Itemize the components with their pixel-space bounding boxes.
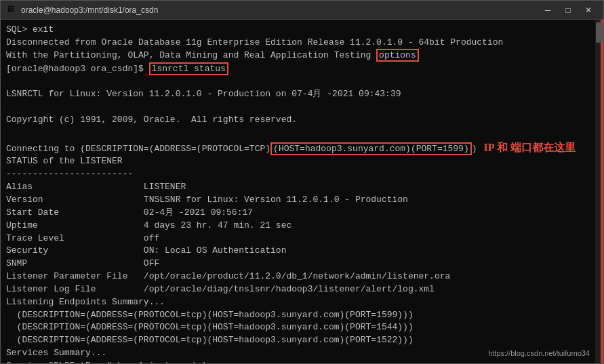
minimize-button[interactable]: ─ xyxy=(538,3,557,17)
prompt-text: [oracle@hadoop3 ora_csdn]$ xyxy=(6,64,149,74)
terminal-body[interactable]: SQL> exit Disconnected from Oracle Datab… xyxy=(1,20,595,363)
options-highlight: options xyxy=(376,49,419,62)
line-15: Start Date 02-4月 -2021 09:56:17 xyxy=(6,207,590,220)
line-7 xyxy=(6,101,590,114)
line-20: Listener Parameter File /opt/oracle/prod… xyxy=(6,270,590,283)
line-14: Version TNSLSNR for Linux: Version 11.2.… xyxy=(6,194,590,207)
line-13: Alias LISTENER xyxy=(6,181,590,194)
line-8: Copyright (c) 1991, 2009, Oracle. All ri… xyxy=(6,114,590,127)
line-23: (DESCRIPTION=(ADDRESS=(PROTOCOL=tcp)(HOS… xyxy=(6,309,590,322)
line-11: STATUS of the LISTENER xyxy=(6,155,590,168)
line-24: (DESCRIPTION=(ADDRESS=(PROTOCOL=tcp)(HOS… xyxy=(6,321,590,334)
line-18: Security ON: Local OS Authentication xyxy=(6,245,590,258)
line-21: Listener Log File /opt/oracle/diag/tnsls… xyxy=(6,283,590,296)
content-area: SQL> exit Disconnected from Oracle Datab… xyxy=(1,20,603,363)
line-3: With the Partitioning, OLAP, Data Mining… xyxy=(6,49,590,62)
line-1: SQL> exit xyxy=(6,24,590,37)
line-17: Trace Level off xyxy=(6,232,590,245)
close-button[interactable]: ✕ xyxy=(579,3,598,17)
vertical-scrollbar[interactable] xyxy=(595,20,603,363)
line-9 xyxy=(6,127,590,140)
line-22: Listening Endpoints Summary... xyxy=(6,296,590,309)
line-19: SNMP OFF xyxy=(6,258,590,270)
line-16: Uptime 4 days 23 hr. 47 min. 21 sec xyxy=(6,220,590,232)
window-controls: ─ □ ✕ xyxy=(538,3,598,17)
line-6: LSNRCTL for Linux: Version 11.2.0.1.0 - … xyxy=(6,88,590,101)
line-2: Disconnected from Oracle Database 11g En… xyxy=(6,37,590,49)
scrollbar-red-indicator xyxy=(601,20,603,363)
line-12: ------------------------ xyxy=(6,168,590,181)
titlebar-left: 🖥 oracle@hadoop3:/mnt/disk1/ora_csdn xyxy=(6,5,158,16)
line-4: [oracle@hadoop3 ora_csdn]$ lsnrctl statu… xyxy=(6,62,590,76)
maximize-button[interactable]: □ xyxy=(559,3,578,17)
command-highlight: lsnrctl status xyxy=(149,62,228,76)
line-5 xyxy=(6,75,590,88)
terminal-window: 🖥 oracle@hadoop3:/mnt/disk1/ora_csdn ─ □… xyxy=(0,0,604,364)
watermark: https://blog.csdn.net/tuifumo34 xyxy=(488,348,590,359)
host-port-highlight: (HOST=hadoop3.sunyard.com)(PORT=1599) xyxy=(270,142,472,156)
window-title: oracle@hadoop3:/mnt/disk1/ora_csdn xyxy=(21,5,158,15)
titlebar: 🖥 oracle@hadoop3:/mnt/disk1/ora_csdn ─ □… xyxy=(1,1,603,20)
app-icon: 🖥 xyxy=(6,5,17,16)
line-25: (DESCRIPTION=(ADDRESS=(PROTOCOL=tcp)(HOS… xyxy=(6,334,590,347)
scrollbar-thumb[interactable] xyxy=(596,22,603,43)
line-27: Service "PLSExtProc" has 1 instance(s). xyxy=(6,360,590,363)
annotation-text: IP 和 端口都在这里 xyxy=(484,142,576,153)
line-10: Connecting to (DESCRIPTION=(ADDRESS=(PRO… xyxy=(6,140,590,156)
